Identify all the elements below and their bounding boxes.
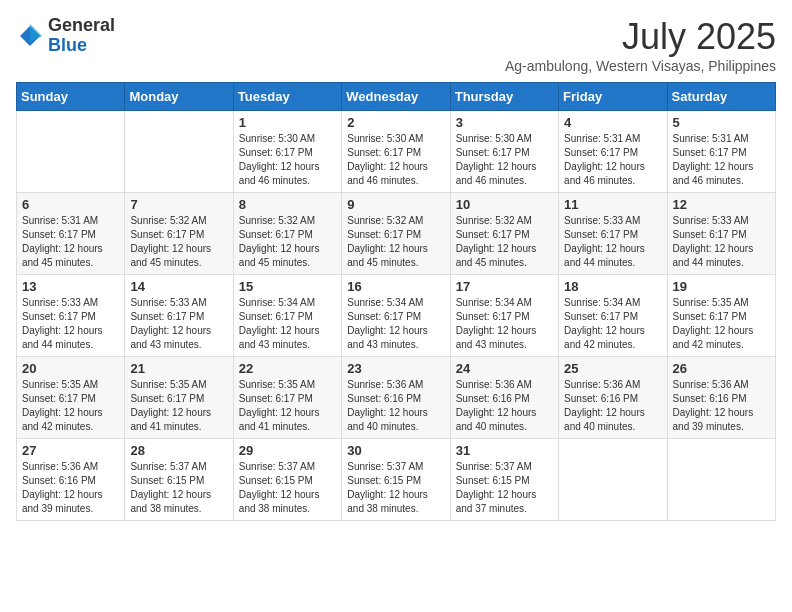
day-cell: 17Sunrise: 5:34 AM Sunset: 6:17 PM Dayli… xyxy=(450,275,558,357)
day-cell: 8Sunrise: 5:32 AM Sunset: 6:17 PM Daylig… xyxy=(233,193,341,275)
day-cell: 5Sunrise: 5:31 AM Sunset: 6:17 PM Daylig… xyxy=(667,111,775,193)
day-info: Sunrise: 5:30 AM Sunset: 6:17 PM Dayligh… xyxy=(456,132,553,188)
day-cell xyxy=(17,111,125,193)
day-cell: 3Sunrise: 5:30 AM Sunset: 6:17 PM Daylig… xyxy=(450,111,558,193)
day-cell: 22Sunrise: 5:35 AM Sunset: 6:17 PM Dayli… xyxy=(233,357,341,439)
day-info: Sunrise: 5:37 AM Sunset: 6:15 PM Dayligh… xyxy=(130,460,227,516)
day-info: Sunrise: 5:32 AM Sunset: 6:17 PM Dayligh… xyxy=(456,214,553,270)
day-cell: 1Sunrise: 5:30 AM Sunset: 6:17 PM Daylig… xyxy=(233,111,341,193)
month-title: July 2025 xyxy=(505,16,776,58)
day-number: 16 xyxy=(347,279,444,294)
day-cell: 9Sunrise: 5:32 AM Sunset: 6:17 PM Daylig… xyxy=(342,193,450,275)
day-cell: 23Sunrise: 5:36 AM Sunset: 6:16 PM Dayli… xyxy=(342,357,450,439)
day-info: Sunrise: 5:33 AM Sunset: 6:17 PM Dayligh… xyxy=(130,296,227,352)
title-area: July 2025 Ag-ambulong, Western Visayas, … xyxy=(505,16,776,74)
day-info: Sunrise: 5:33 AM Sunset: 6:17 PM Dayligh… xyxy=(673,214,770,270)
day-info: Sunrise: 5:36 AM Sunset: 6:16 PM Dayligh… xyxy=(347,378,444,434)
day-cell: 29Sunrise: 5:37 AM Sunset: 6:15 PM Dayli… xyxy=(233,439,341,521)
day-number: 2 xyxy=(347,115,444,130)
day-number: 1 xyxy=(239,115,336,130)
day-number: 14 xyxy=(130,279,227,294)
week-row-0: 1Sunrise: 5:30 AM Sunset: 6:17 PM Daylig… xyxy=(17,111,776,193)
day-info: Sunrise: 5:35 AM Sunset: 6:17 PM Dayligh… xyxy=(239,378,336,434)
day-cell: 24Sunrise: 5:36 AM Sunset: 6:16 PM Dayli… xyxy=(450,357,558,439)
day-cell: 27Sunrise: 5:36 AM Sunset: 6:16 PM Dayli… xyxy=(17,439,125,521)
day-number: 21 xyxy=(130,361,227,376)
day-info: Sunrise: 5:34 AM Sunset: 6:17 PM Dayligh… xyxy=(564,296,661,352)
day-number: 17 xyxy=(456,279,553,294)
day-info: Sunrise: 5:35 AM Sunset: 6:17 PM Dayligh… xyxy=(22,378,119,434)
day-info: Sunrise: 5:36 AM Sunset: 6:16 PM Dayligh… xyxy=(564,378,661,434)
day-cell: 28Sunrise: 5:37 AM Sunset: 6:15 PM Dayli… xyxy=(125,439,233,521)
weekday-header-thursday: Thursday xyxy=(450,83,558,111)
week-row-2: 13Sunrise: 5:33 AM Sunset: 6:17 PM Dayli… xyxy=(17,275,776,357)
day-number: 20 xyxy=(22,361,119,376)
logo-blue: Blue xyxy=(48,35,87,55)
day-number: 29 xyxy=(239,443,336,458)
day-info: Sunrise: 5:31 AM Sunset: 6:17 PM Dayligh… xyxy=(564,132,661,188)
day-number: 30 xyxy=(347,443,444,458)
day-info: Sunrise: 5:37 AM Sunset: 6:15 PM Dayligh… xyxy=(239,460,336,516)
day-cell: 26Sunrise: 5:36 AM Sunset: 6:16 PM Dayli… xyxy=(667,357,775,439)
day-info: Sunrise: 5:37 AM Sunset: 6:15 PM Dayligh… xyxy=(456,460,553,516)
day-cell: 2Sunrise: 5:30 AM Sunset: 6:17 PM Daylig… xyxy=(342,111,450,193)
day-number: 25 xyxy=(564,361,661,376)
day-info: Sunrise: 5:33 AM Sunset: 6:17 PM Dayligh… xyxy=(564,214,661,270)
day-info: Sunrise: 5:36 AM Sunset: 6:16 PM Dayligh… xyxy=(673,378,770,434)
day-cell: 4Sunrise: 5:31 AM Sunset: 6:17 PM Daylig… xyxy=(559,111,667,193)
day-cell: 18Sunrise: 5:34 AM Sunset: 6:17 PM Dayli… xyxy=(559,275,667,357)
day-info: Sunrise: 5:34 AM Sunset: 6:17 PM Dayligh… xyxy=(347,296,444,352)
day-number: 7 xyxy=(130,197,227,212)
day-number: 27 xyxy=(22,443,119,458)
day-info: Sunrise: 5:32 AM Sunset: 6:17 PM Dayligh… xyxy=(130,214,227,270)
logo-general: General xyxy=(48,15,115,35)
day-info: Sunrise: 5:35 AM Sunset: 6:17 PM Dayligh… xyxy=(130,378,227,434)
day-info: Sunrise: 5:30 AM Sunset: 6:17 PM Dayligh… xyxy=(239,132,336,188)
day-number: 9 xyxy=(347,197,444,212)
day-info: Sunrise: 5:31 AM Sunset: 6:17 PM Dayligh… xyxy=(22,214,119,270)
day-number: 24 xyxy=(456,361,553,376)
day-cell: 16Sunrise: 5:34 AM Sunset: 6:17 PM Dayli… xyxy=(342,275,450,357)
weekday-header-row: SundayMondayTuesdayWednesdayThursdayFrid… xyxy=(17,83,776,111)
day-number: 3 xyxy=(456,115,553,130)
day-number: 12 xyxy=(673,197,770,212)
day-number: 19 xyxy=(673,279,770,294)
day-number: 23 xyxy=(347,361,444,376)
day-cell: 14Sunrise: 5:33 AM Sunset: 6:17 PM Dayli… xyxy=(125,275,233,357)
day-info: Sunrise: 5:30 AM Sunset: 6:17 PM Dayligh… xyxy=(347,132,444,188)
day-cell: 10Sunrise: 5:32 AM Sunset: 6:17 PM Dayli… xyxy=(450,193,558,275)
day-info: Sunrise: 5:35 AM Sunset: 6:17 PM Dayligh… xyxy=(673,296,770,352)
location-title: Ag-ambulong, Western Visayas, Philippine… xyxy=(505,58,776,74)
day-number: 28 xyxy=(130,443,227,458)
day-cell: 13Sunrise: 5:33 AM Sunset: 6:17 PM Dayli… xyxy=(17,275,125,357)
day-info: Sunrise: 5:36 AM Sunset: 6:16 PM Dayligh… xyxy=(456,378,553,434)
week-row-1: 6Sunrise: 5:31 AM Sunset: 6:17 PM Daylig… xyxy=(17,193,776,275)
week-row-4: 27Sunrise: 5:36 AM Sunset: 6:16 PM Dayli… xyxy=(17,439,776,521)
day-cell: 31Sunrise: 5:37 AM Sunset: 6:15 PM Dayli… xyxy=(450,439,558,521)
day-number: 4 xyxy=(564,115,661,130)
day-cell: 7Sunrise: 5:32 AM Sunset: 6:17 PM Daylig… xyxy=(125,193,233,275)
day-cell: 11Sunrise: 5:33 AM Sunset: 6:17 PM Dayli… xyxy=(559,193,667,275)
weekday-header-wednesday: Wednesday xyxy=(342,83,450,111)
day-cell: 20Sunrise: 5:35 AM Sunset: 6:17 PM Dayli… xyxy=(17,357,125,439)
day-number: 8 xyxy=(239,197,336,212)
day-cell: 25Sunrise: 5:36 AM Sunset: 6:16 PM Dayli… xyxy=(559,357,667,439)
day-info: Sunrise: 5:34 AM Sunset: 6:17 PM Dayligh… xyxy=(239,296,336,352)
day-number: 13 xyxy=(22,279,119,294)
day-cell xyxy=(667,439,775,521)
day-cell: 15Sunrise: 5:34 AM Sunset: 6:17 PM Dayli… xyxy=(233,275,341,357)
weekday-header-saturday: Saturday xyxy=(667,83,775,111)
day-number: 6 xyxy=(22,197,119,212)
day-info: Sunrise: 5:33 AM Sunset: 6:17 PM Dayligh… xyxy=(22,296,119,352)
day-info: Sunrise: 5:32 AM Sunset: 6:17 PM Dayligh… xyxy=(239,214,336,270)
day-info: Sunrise: 5:32 AM Sunset: 6:17 PM Dayligh… xyxy=(347,214,444,270)
day-info: Sunrise: 5:34 AM Sunset: 6:17 PM Dayligh… xyxy=(456,296,553,352)
day-number: 11 xyxy=(564,197,661,212)
day-cell: 19Sunrise: 5:35 AM Sunset: 6:17 PM Dayli… xyxy=(667,275,775,357)
day-info: Sunrise: 5:36 AM Sunset: 6:16 PM Dayligh… xyxy=(22,460,119,516)
weekday-header-sunday: Sunday xyxy=(17,83,125,111)
day-number: 18 xyxy=(564,279,661,294)
day-info: Sunrise: 5:37 AM Sunset: 6:15 PM Dayligh… xyxy=(347,460,444,516)
week-row-3: 20Sunrise: 5:35 AM Sunset: 6:17 PM Dayli… xyxy=(17,357,776,439)
day-number: 15 xyxy=(239,279,336,294)
